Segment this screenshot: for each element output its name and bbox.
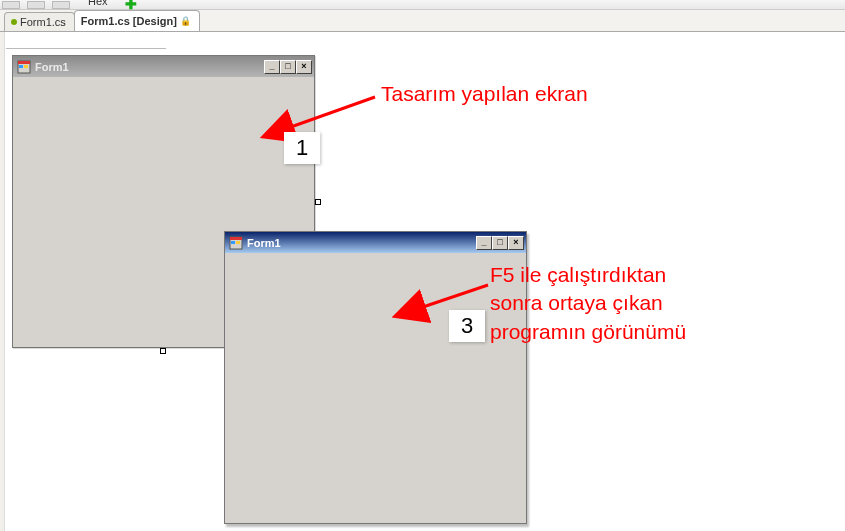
form-icon [229, 236, 243, 250]
caption-buttons: _ □ × [264, 60, 312, 74]
svg-rect-6 [231, 241, 235, 244]
svg-rect-1 [18, 61, 30, 64]
annotation-text-2: F5 ile çalıştırdıktan sonra ortaya çıkan… [490, 261, 790, 346]
document-tabs: Form1.cs Form1.cs [Design] 🔒 [0, 10, 845, 32]
maximize-button[interactable]: □ [492, 236, 508, 250]
annotation-line: F5 ile çalıştırdıktan [490, 263, 666, 286]
svg-rect-5 [230, 237, 242, 240]
svg-rect-3 [24, 65, 28, 68]
caption-buttons: _ □ × [476, 236, 524, 250]
designer-title: Form1 [35, 61, 69, 73]
hex-label: Hex [88, 0, 108, 7]
tab-label: Form1.cs [Design] [81, 15, 177, 27]
annotation-line: sonra ortaya çıkan [490, 291, 663, 314]
runtime-client-area[interactable] [227, 255, 524, 521]
toolbar-button[interactable] [27, 1, 45, 9]
annotation-line: programın görünümü [490, 320, 686, 343]
toolbar: Hex ✚ [0, 0, 845, 10]
annotation-text-1: Tasarım yapılan ekran [381, 82, 588, 106]
toolbar-divider [6, 48, 166, 49]
tab-form1-cs[interactable]: Form1.cs [4, 12, 75, 31]
resize-handle-bottom[interactable] [160, 348, 166, 354]
maximize-button[interactable]: □ [280, 60, 296, 74]
svg-rect-2 [19, 65, 23, 68]
minimize-button[interactable]: _ [476, 236, 492, 250]
annotation-number-3: 3 [449, 310, 485, 342]
toolbar-button[interactable] [2, 1, 20, 9]
minimize-button[interactable]: _ [264, 60, 280, 74]
annotation-number-1: 1 [284, 132, 320, 164]
left-margin [0, 32, 5, 531]
designer-titlebar[interactable]: Form1 _ □ × [13, 56, 314, 77]
svg-rect-7 [236, 241, 240, 244]
toolbar-button[interactable] [52, 1, 70, 9]
close-button[interactable]: × [508, 236, 524, 250]
form-icon [17, 60, 31, 74]
tab-label: Form1.cs [20, 16, 66, 28]
runtime-form-window[interactable]: Form1 _ □ × [224, 231, 527, 524]
lock-icon: 🔒 [180, 16, 191, 26]
tab-form1-design[interactable]: Form1.cs [Design] 🔒 [74, 10, 200, 31]
close-button[interactable]: × [296, 60, 312, 74]
resize-handle-right[interactable] [315, 199, 321, 205]
runtime-title: Form1 [247, 237, 281, 249]
runtime-titlebar[interactable]: Form1 _ □ × [225, 232, 526, 253]
tab-status-icon [11, 19, 17, 25]
